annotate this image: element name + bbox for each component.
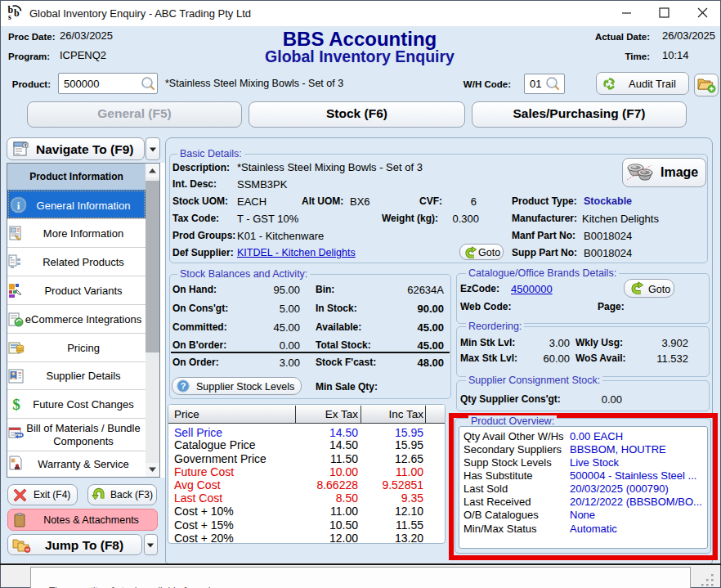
svg-text:?: ? (181, 381, 186, 391)
svg-text:s: s (8, 13, 11, 21)
svg-text:$: $ (12, 397, 20, 412)
svg-text:b: b (14, 7, 20, 19)
